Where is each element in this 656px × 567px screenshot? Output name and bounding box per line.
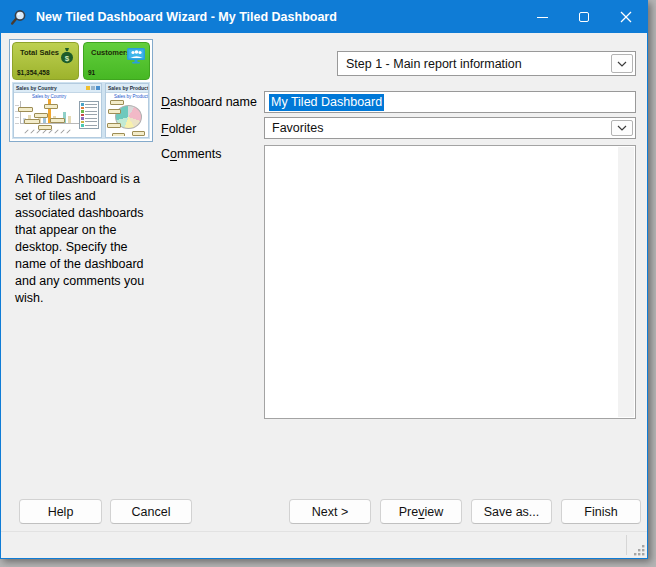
tile-total-sales: Total Sales $ $1,354,458 xyxy=(12,42,79,80)
dashboard-name-value-selected: My Tiled Dashboard xyxy=(269,94,384,111)
finish-button[interactable]: Finish xyxy=(561,499,641,524)
comments-label: Comments xyxy=(161,147,221,161)
preview-button[interactable]: Preview xyxy=(380,499,462,524)
bar-chart-mini: Sales by Country xyxy=(14,93,101,136)
money-bag-icon: $ xyxy=(59,47,75,64)
chevron-down-icon xyxy=(617,125,627,131)
folder-value: Favorites xyxy=(265,121,609,135)
chevron-down-icon xyxy=(617,61,627,67)
refresh-icon xyxy=(91,86,95,90)
wizard-step-selector[interactable]: Step 1 - Main report information xyxy=(337,51,636,76)
chart-legend xyxy=(79,101,99,129)
pie-chart-mini: Sales by Product Category xyxy=(106,93,148,136)
title-bar: New Tiled Dashboard Wizard - My Tiled Da… xyxy=(1,1,647,33)
magnifier-app-icon xyxy=(10,9,27,26)
window-controls xyxy=(521,1,647,33)
y-axis xyxy=(20,101,21,124)
comments-textarea[interactable] xyxy=(264,145,636,419)
tile-value: $1,354,458 xyxy=(17,69,50,76)
folder-label: Folder xyxy=(161,122,196,136)
resize-grip-icon[interactable] xyxy=(634,545,645,556)
panel-title: Sales by Product Category xyxy=(108,85,148,91)
panel-title: Sales by Country xyxy=(16,85,57,91)
tile-customers: Customers 91 xyxy=(83,42,150,80)
tile-title: Customers xyxy=(91,48,130,57)
cancel-button[interactable]: Cancel xyxy=(110,499,192,524)
minimize-icon xyxy=(537,17,548,18)
status-bar xyxy=(1,531,647,558)
svg-text:$: $ xyxy=(65,54,70,63)
panel-sales-by-country: Sales by Country Sales by Country xyxy=(13,83,102,138)
comments-scrollbar[interactable] xyxy=(618,147,634,417)
edit-icon xyxy=(96,86,100,90)
tile-value: 91 xyxy=(88,69,95,76)
panel-sales-by-product-category: Sales by Product Category Sales by Produ… xyxy=(105,83,149,138)
monitor-users-icon xyxy=(126,47,146,64)
wizard-dialog: New Tiled Dashboard Wizard - My Tiled Da… xyxy=(0,0,648,559)
status-bar-separator xyxy=(626,535,627,555)
step-selector-dropdown-button[interactable] xyxy=(611,54,633,73)
panel-header: Sales by Product Category xyxy=(106,84,148,93)
dashboard-preview-thumbnail: Total Sales $ $1,354,458 Customers xyxy=(9,39,153,142)
next-button[interactable]: Next > xyxy=(289,499,371,524)
minimize-button[interactable] xyxy=(521,1,563,33)
maximize-tile-icon xyxy=(86,86,90,90)
dashboard-name-label: Dashboard name xyxy=(161,95,257,109)
panel-header: Sales by Country xyxy=(14,84,101,93)
folder-combobox[interactable]: Favorites xyxy=(264,117,636,139)
preview-dashboard-panels: Sales by Country Sales by Country xyxy=(12,82,150,139)
preview-tiles: Total Sales $ $1,354,458 Customers xyxy=(12,42,150,80)
wizard-description-text: A Tiled Dashboard is a set of tiles and … xyxy=(15,171,148,307)
help-button[interactable]: Help xyxy=(19,499,102,524)
maximize-icon xyxy=(579,12,589,22)
close-icon xyxy=(620,11,632,23)
maximize-button[interactable] xyxy=(563,1,605,33)
folder-dropdown-button[interactable] xyxy=(611,120,633,136)
step-selector-value: Step 1 - Main report information xyxy=(338,57,609,71)
save-as-button[interactable]: Save as... xyxy=(471,499,552,524)
panel-toolbar-icons xyxy=(86,86,100,90)
close-button[interactable] xyxy=(605,1,647,33)
chart-title: Sales by Product Category xyxy=(114,94,148,99)
window-title: New Tiled Dashboard Wizard - My Tiled Da… xyxy=(36,10,337,24)
dashboard-name-input[interactable]: My Tiled Dashboard xyxy=(264,91,636,113)
tile-title: Total Sales xyxy=(20,48,59,57)
